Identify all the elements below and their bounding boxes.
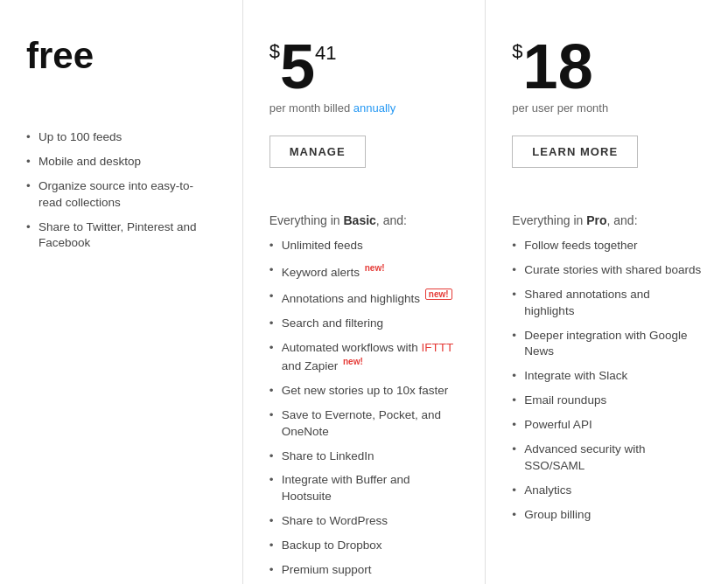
annually-link[interactable]: annually (354, 101, 396, 115)
learn-more-button[interactable]: LEARN MORE (512, 136, 638, 168)
list-item: Share to WordPress (270, 513, 459, 530)
list-item: Automated workflows with IFTTT and Zapie… (270, 340, 459, 375)
plan-basic: $ 5 41 per month billed annually MANAGE … (243, 0, 486, 584)
price-main: 18 (523, 35, 593, 98)
list-item: Email roundups (512, 393, 702, 409)
free-plan-title: free (26, 35, 216, 77)
price-subtitle: per user per month (512, 101, 702, 115)
list-item: Shared annotations and highlights (512, 287, 702, 320)
list-item: Group billing (512, 507, 702, 524)
list-item: Get new stories up to 10x faster (270, 383, 459, 400)
basic-feature-list: Unlimited feeds Keyword alerts new! Anno… (270, 238, 459, 584)
list-item: Analytics (512, 483, 702, 499)
ifttt-link[interactable]: IFTTT (421, 341, 453, 354)
list-item: Save to Evernote, Pocket, and OneNote (270, 407, 459, 441)
list-item: Curate stories with shared boards (512, 262, 702, 279)
price-row: $ 5 41 (270, 35, 459, 98)
list-item: Organize source into easy-to-read collec… (26, 178, 216, 212)
new-badge: new! (365, 263, 385, 273)
list-item: Up to 100 feeds (26, 129, 216, 146)
list-item: Advanced security with SSO/SAML (512, 441, 702, 475)
list-item: Keyword alerts new! (270, 262, 459, 281)
list-item: Deeper integration with Google News (512, 328, 702, 361)
list-item: Share to Twitter, Pinterest and Facebook (26, 219, 216, 253)
list-item: Unlimited feeds (270, 238, 459, 254)
plan-free: free Up to 100 feeds Mobile and desktop … (0, 0, 243, 584)
list-item: Integrate with Buffer and Hootsuite (270, 472, 459, 505)
price-subtitle: per month billed annually (270, 101, 459, 115)
list-item: Integrate with Slack (512, 368, 702, 385)
features-intro-pro: Everything in Pro, and: (512, 213, 702, 227)
new-badge-outline: new! (425, 289, 452, 300)
list-item: Backup to Dropbox (270, 538, 459, 554)
pricing-table: free Up to 100 feeds Mobile and desktop … (0, 0, 728, 584)
list-item: Follow feeds together (512, 238, 702, 254)
free-feature-list: Up to 100 feeds Mobile and desktop Organ… (26, 129, 216, 252)
manage-button[interactable]: MANAGE (270, 136, 366, 168)
pro-feature-list: Follow feeds together Curate stories wit… (512, 238, 702, 532)
price-dollar: $ (512, 40, 522, 63)
price-main: 5 (280, 35, 315, 98)
features-intro-basic: Everything in Basic, and: (270, 213, 459, 227)
list-item: Powerful API (512, 417, 702, 434)
list-item: Annotations and highlights new! (270, 289, 459, 307)
list-item: Mobile and desktop (26, 154, 216, 170)
list-item: Premium support (270, 562, 459, 579)
new-badge: new! (343, 357, 363, 366)
price-row: $ 18 (512, 35, 702, 98)
plan-pro: $ 18 per user per month LEARN MORE Every… (486, 0, 728, 584)
list-item: Share to LinkedIn (270, 448, 459, 465)
price-dollar: $ (270, 40, 280, 63)
list-item: Search and filtering (270, 316, 459, 332)
price-cents: 41 (315, 42, 336, 65)
